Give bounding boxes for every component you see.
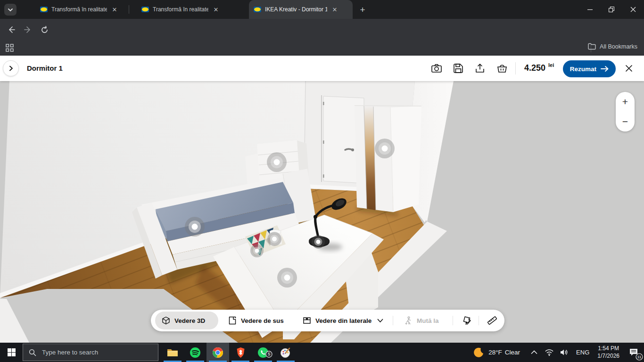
running-indicator [209,361,227,362]
taskbar-chrome-active[interactable] [206,343,229,362]
window-close-button[interactable] [622,0,644,19]
zoom-in-button[interactable]: + [616,92,635,112]
tab-3-active[interactable]: IKEA Kreativ - Dormitor 1 ✕ [249,0,353,19]
measure-button[interactable] [487,310,498,331]
tab-1[interactable]: Transformă în realitate spațiul v ✕ [35,0,128,19]
page-title: Dormitor 1 [27,64,63,72]
taskbar-clock[interactable]: 1:54 PM 1/7/2026 [597,345,619,360]
toolbar-separator [479,316,479,325]
view-top-label: Vedere de sus [241,317,284,324]
color-swatches-icon [461,315,472,326]
window-minimize-button[interactable] [579,0,601,19]
door-hinge [323,140,324,144]
running-indicator [186,361,204,362]
hotspot-bed[interactable] [185,217,205,237]
price-value: 4.250 [524,63,545,73]
taskbar-paint[interactable] [274,343,297,362]
view-top-button[interactable]: Vedere de sus [228,310,284,331]
taskbar-file-explorer[interactable] [161,343,184,362]
reload-icon [41,26,49,34]
summary-button[interactable]: Rezumat [563,60,616,77]
hotspot-lamp[interactable] [312,235,325,248]
spotify-icon [190,347,201,358]
all-bookmarks-button[interactable]: All Bookmarks [588,43,637,50]
browser-titlebar: Transformă în realitate spațiul v ✕ Tran… [0,0,644,19]
tab-separator [129,5,129,14]
brave-icon [235,347,246,358]
taskbar-search[interactable] [23,344,158,361]
bookmarks-bar: All Bookmarks [0,40,644,56]
materials-button[interactable] [461,310,472,331]
apps-grid-icon[interactable] [6,44,14,52]
language-indicator[interactable]: ENG [576,349,589,356]
weather-condition[interactable]: Clear [505,349,520,356]
zoom-control: + − [616,92,635,132]
weather-temp[interactable]: 28°F [488,349,502,356]
hotspot-wardrobe[interactable] [375,139,395,158]
expand-panel-button[interactable] [3,60,19,76]
running-indicator [164,361,182,362]
windows-logo-icon [8,348,16,356]
wifi-icon[interactable] [545,349,553,356]
tab-2[interactable]: Transformă în realitate spațiul v ✕ [137,0,239,19]
all-bookmarks-label: All Bookmarks [600,43,637,50]
close-designer-button[interactable] [623,63,635,74]
back-arrow-icon [7,25,16,34]
clock-time: 1:54 PM [597,345,619,353]
svg-text:5: 5 [268,352,270,356]
search-input[interactable] [41,348,149,356]
notification-center-button[interactable]: 11 [623,343,644,362]
system-tray: 28°F Clear ENG 1:54 PM 1/7/2026 11 [473,343,644,362]
view-3d-button[interactable]: Vedere 3D [155,312,218,329]
reload-button[interactable] [37,23,51,37]
toolbar-separator [453,316,453,325]
basket-icon[interactable] [496,63,508,74]
share-upload-icon[interactable] [474,63,486,74]
move-to-button[interactable]: Mută la [405,310,439,331]
file-explorer-icon [166,347,179,358]
cube-3d-icon [162,316,170,325]
tab-close-icon[interactable]: ✕ [212,6,220,13]
taskbar-spotify[interactable] [184,343,206,362]
folder-icon [588,43,596,50]
notification-badge: 11 [636,353,643,361]
tab-search-button[interactable] [4,4,17,16]
tray-expand-icon[interactable] [531,350,537,354]
hotspot-dresser[interactable] [267,152,287,172]
arrow-right-icon [601,66,609,72]
view-side-button[interactable]: Vedere din laterale [303,310,383,331]
chevron-down-icon [377,319,383,323]
toolbar-separator [393,316,393,325]
total-price: 4.250lei [524,63,554,73]
start-button[interactable] [0,343,23,362]
header-separator [515,62,516,74]
window-controls [579,0,644,19]
camera-icon[interactable] [431,63,442,74]
hotspot-textile[interactable] [250,244,264,257]
paint-icon [280,347,291,358]
tab-close-icon[interactable]: ✕ [111,6,118,13]
hotspot-desk[interactable] [277,268,297,288]
side-view-icon [303,316,311,325]
ikea-favicon [141,6,149,13]
window-restore-button[interactable] [601,0,622,19]
save-icon[interactable] [453,63,464,74]
walk-person-icon [405,316,413,325]
back-button[interactable] [4,23,18,37]
taskbar-whatsapp[interactable]: 5 [252,343,274,362]
tab-close-icon[interactable]: ✕ [331,6,339,13]
room-scene [0,81,644,343]
door-hinge [323,174,324,178]
clock-date: 1/7/2026 [597,353,619,360]
forward-arrow-icon [24,25,32,34]
view-side-label: Vedere din laterale [315,317,372,324]
ikea-favicon [254,6,261,13]
hotspot-pen-cup[interactable] [267,232,281,246]
new-tab-button[interactable]: + [356,4,369,16]
taskbar-brave[interactable] [229,343,252,362]
zoom-out-button[interactable]: − [616,112,635,132]
wardrobe[interactable] [355,106,421,212]
forward-button[interactable] [21,23,35,37]
room-3d-view[interactable] [0,81,644,343]
volume-icon[interactable] [560,349,569,356]
